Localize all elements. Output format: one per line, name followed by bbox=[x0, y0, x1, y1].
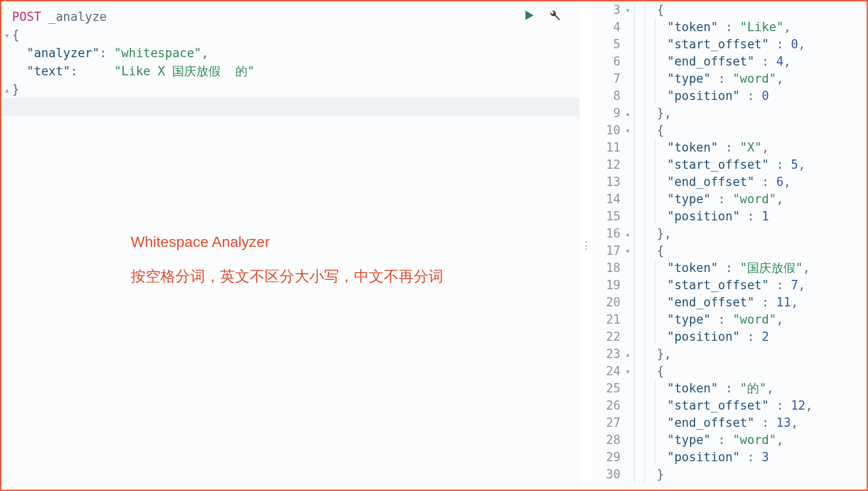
response-line[interactable]: 18"token" : "国庆放假", bbox=[593, 259, 865, 276]
code-text: "start_offset" : 5, bbox=[665, 156, 805, 173]
fold-gutter[interactable]: ▴ bbox=[3, 80, 11, 98]
request-line[interactable]: ▾{ bbox=[3, 26, 580, 44]
pane-divider[interactable]: ⋮ bbox=[580, 3, 593, 488]
response-line[interactable]: 16▴}, bbox=[593, 225, 865, 242]
request-line[interactable]: ▴} bbox=[3, 80, 580, 98]
response-line[interactable]: 23▴}, bbox=[593, 345, 865, 362]
code-text: { bbox=[655, 363, 664, 379]
response-line[interactable]: 26"start_offset" : 12, bbox=[593, 397, 865, 414]
response-line[interactable]: 27"end_offset" : 13, bbox=[593, 414, 865, 431]
line-number: 3 bbox=[593, 3, 625, 18]
code-text: { bbox=[655, 122, 664, 139]
response-line[interactable]: 19"start_offset" : 7, bbox=[593, 276, 865, 293]
fold-gutter bbox=[3, 16, 11, 17]
fold-gutter[interactable]: ▾ bbox=[625, 3, 634, 19]
indent-guide bbox=[645, 328, 655, 345]
fold-gutter[interactable]: ▾ bbox=[625, 242, 634, 259]
fold-gutter bbox=[625, 388, 634, 389]
fold-gutter[interactable]: ▴ bbox=[625, 225, 634, 242]
line-number: 24 bbox=[593, 363, 625, 379]
indent-guide bbox=[645, 414, 655, 431]
code-text: "position" : 3 bbox=[665, 449, 769, 465]
response-line[interactable]: 24▾{ bbox=[593, 362, 865, 379]
response-line[interactable]: 12"start_offset" : 5, bbox=[593, 156, 865, 173]
run-button[interactable] bbox=[522, 8, 536, 27]
response-line[interactable]: 5"start_offset" : 0, bbox=[593, 35, 865, 53]
response-pane[interactable]: 3▾{4"token" : "Like",5"start_offset" : 0… bbox=[593, 3, 865, 488]
indent-guide bbox=[645, 70, 655, 87]
response-line[interactable]: 15"position" : 1 bbox=[593, 207, 865, 225]
indent-guide bbox=[645, 345, 655, 362]
indent-guide bbox=[645, 362, 655, 379]
indent-guide bbox=[655, 207, 665, 225]
line-number: 30 bbox=[593, 466, 625, 483]
response-line[interactable]: 22"position" : 2 bbox=[593, 328, 865, 345]
indent-guide bbox=[645, 156, 655, 173]
response-line[interactable]: 4"token" : "Like", bbox=[593, 18, 865, 35]
indent-guide bbox=[634, 53, 645, 70]
response-line[interactable]: 7"type" : "word", bbox=[593, 70, 865, 87]
indent-guide bbox=[634, 18, 645, 35]
indent-guide bbox=[634, 104, 645, 121]
response-line[interactable]: 9▴}, bbox=[593, 104, 865, 121]
response-line[interactable]: 28"type" : "word", bbox=[593, 431, 865, 448]
indent-guide bbox=[645, 242, 655, 259]
fold-gutter[interactable]: ▴ bbox=[625, 104, 634, 122]
request-line[interactable]: POST _analyze bbox=[3, 7, 580, 26]
response-line[interactable]: 11"token" : "X", bbox=[593, 139, 865, 156]
fold-gutter[interactable]: ▾ bbox=[3, 26, 11, 44]
indent-guide bbox=[634, 3, 645, 18]
response-line[interactable]: 8"position" : 0 bbox=[593, 87, 865, 104]
code-text: "type" : "word", bbox=[665, 431, 783, 448]
request-line[interactable]: "text": "Like X 国庆放假 的" bbox=[3, 62, 580, 80]
response-line[interactable]: 14"type" : "word", bbox=[593, 190, 865, 207]
response-line[interactable]: 6"end_offset" : 4, bbox=[593, 53, 865, 70]
response-line[interactable]: 3▾{ bbox=[593, 3, 865, 18]
fold-gutter bbox=[625, 44, 634, 45]
indent-guide bbox=[655, 18, 665, 35]
indent-guide bbox=[645, 397, 655, 414]
indent-guide bbox=[645, 190, 655, 207]
indent-guide bbox=[655, 414, 665, 431]
code-text: "start_offset" : 7, bbox=[665, 277, 805, 293]
line-number: 17 bbox=[593, 242, 625, 259]
play-icon bbox=[522, 8, 536, 22]
fold-gutter[interactable]: ▾ bbox=[625, 121, 634, 139]
request-editor[interactable]: POST _analyze▾{ "analyzer": "whitespace"… bbox=[3, 3, 580, 116]
indent-guide bbox=[645, 139, 655, 156]
fold-gutter bbox=[625, 474, 634, 475]
response-line[interactable]: 20"end_offset" : 11, bbox=[593, 293, 865, 311]
indent-guide bbox=[645, 173, 655, 190]
line-number: 4 bbox=[593, 19, 625, 35]
indent-guide bbox=[645, 311, 655, 328]
request-pane[interactable]: POST _analyze▾{ "analyzer": "whitespace"… bbox=[3, 3, 580, 488]
indent-guide bbox=[655, 293, 665, 311]
indent-guide bbox=[655, 276, 665, 293]
indent-guide bbox=[634, 70, 645, 87]
request-line[interactable] bbox=[3, 98, 580, 116]
indent-guide bbox=[655, 156, 665, 173]
fold-gutter[interactable]: ▾ bbox=[625, 362, 634, 380]
code-text: "end_offset" : 4, bbox=[665, 53, 791, 70]
response-line[interactable]: 29"position" : 3 bbox=[593, 448, 865, 465]
fold-gutter bbox=[625, 61, 634, 62]
indent-guide bbox=[645, 121, 655, 139]
fold-gutter[interactable]: ▴ bbox=[625, 345, 634, 363]
indent-guide bbox=[645, 3, 655, 18]
response-line[interactable]: 17▾{ bbox=[593, 242, 865, 259]
response-line[interactable]: 21"type" : "word", bbox=[593, 311, 865, 328]
fold-gutter bbox=[625, 439, 634, 440]
code-text: "end_offset" : 6, bbox=[665, 173, 791, 190]
code-text: "position" : 2 bbox=[665, 328, 769, 345]
response-line[interactable]: 10▾{ bbox=[593, 121, 865, 139]
drag-handle-icon: ⋮ bbox=[581, 237, 591, 254]
request-line[interactable]: "analyzer": "whitespace", bbox=[3, 44, 580, 62]
response-line[interactable]: 30} bbox=[593, 465, 865, 483]
settings-button[interactable] bbox=[547, 8, 561, 27]
indent-guide bbox=[645, 259, 655, 276]
indent-guide bbox=[655, 139, 665, 156]
response-line[interactable]: 13"end_offset" : 6, bbox=[593, 173, 865, 190]
indent-guide bbox=[634, 448, 645, 465]
response-viewer[interactable]: 3▾{4"token" : "Like",5"start_offset" : 0… bbox=[593, 3, 865, 483]
response-line[interactable]: 25"token" : "的", bbox=[593, 379, 865, 397]
